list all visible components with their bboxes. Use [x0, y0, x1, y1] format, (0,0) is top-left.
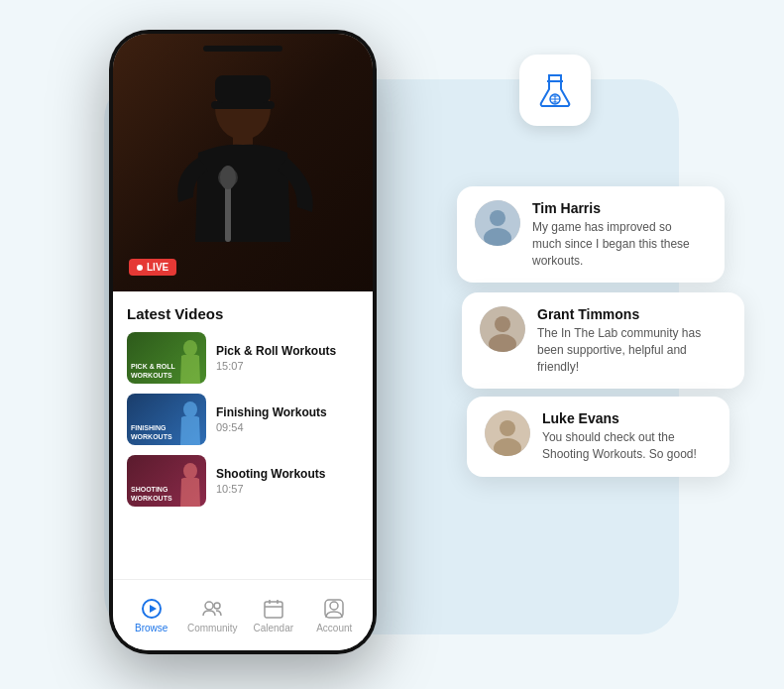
- section-title: Latest Videos: [127, 305, 359, 322]
- browse-icon: [141, 598, 163, 620]
- svg-point-20: [183, 340, 197, 356]
- svg-point-31: [330, 602, 338, 610]
- testimonial-card-3: Luke Evans You should check out the Shoo…: [467, 397, 729, 477]
- video-title-3: Shooting Workouts: [216, 467, 325, 481]
- video-thumb-1: PICK & ROLL WORKOUTS: [127, 332, 206, 384]
- video-thumb-2: FINISHING WORKOUTS: [127, 394, 206, 445]
- video-info-3: Shooting Workouts 10:57: [216, 467, 325, 495]
- video-thumb-3: SHOOTING WORKOUTS: [127, 455, 206, 507]
- video-info-2: Finishing Workouts 09:54: [216, 405, 327, 433]
- svg-rect-15: [215, 75, 271, 103]
- nav-account[interactable]: Account: [304, 598, 366, 633]
- camera-notch: [203, 46, 282, 52]
- svg-rect-27: [265, 602, 282, 618]
- avatar-luke: [485, 410, 530, 456]
- account-icon: [323, 598, 345, 620]
- phone-screen: LIVE Latest Videos PICK & ROLL WORKOUTS …: [113, 34, 373, 650]
- content-area: Latest Videos PICK & ROLL WORKOUTS Pick …: [113, 291, 373, 507]
- testimonial-2-name: Grant Timmons: [537, 306, 706, 322]
- svg-point-22: [183, 463, 197, 479]
- bottom-nav: Browse Community: [113, 579, 373, 650]
- nav-community-label: Community: [187, 623, 238, 633]
- nav-community[interactable]: Community: [182, 598, 244, 633]
- phone: LIVE Latest Videos PICK & ROLL WORKOUTS …: [109, 30, 377, 654]
- nav-browse[interactable]: Browse: [121, 598, 182, 633]
- person-figure: [144, 63, 342, 291]
- testimonial-3-quote: You should check out the Shooting Workou…: [542, 429, 711, 463]
- svg-point-19: [220, 166, 236, 189]
- video-title-2: Finishing Workouts: [216, 405, 327, 419]
- testimonial-3-text: Luke Evans You should check out the Shoo…: [542, 410, 711, 463]
- svg-point-5: [490, 210, 505, 226]
- testimonial-1-text: Tim Harris My game has improved so much …: [532, 200, 701, 269]
- testimonial-3-name: Luke Evans: [542, 410, 711, 426]
- video-time-1: 15:07: [216, 360, 336, 372]
- video-item-1[interactable]: PICK & ROLL WORKOUTS Pick & Roll Workout…: [127, 332, 359, 384]
- community-icon: [201, 598, 223, 620]
- svg-point-21: [183, 402, 197, 417]
- video-title-1: Pick & Roll Workouts: [216, 344, 336, 358]
- testimonial-2-text: Grant Timmons The In The Lab community h…: [537, 306, 706, 375]
- avatar-grant: [480, 306, 525, 352]
- nav-calendar-label: Calendar: [253, 623, 293, 633]
- testimonial-card-1: Tim Harris My game has improved so much …: [457, 186, 725, 283]
- nav-account-label: Account: [316, 623, 352, 633]
- svg-point-11: [500, 420, 515, 436]
- svg-marker-24: [150, 605, 157, 613]
- video-item-3[interactable]: SHOOTING WORKOUTS Shooting Workouts 10:5…: [127, 455, 359, 507]
- testimonial-2-quote: The In The Lab community has been suppor…: [537, 325, 706, 375]
- svg-point-26: [214, 603, 220, 609]
- video-time-3: 10:57: [216, 483, 325, 495]
- video-item-2[interactable]: FINISHING WORKOUTS Finishing Workouts 09…: [127, 394, 359, 445]
- svg-rect-17: [225, 182, 231, 242]
- video-time-2: 09:54: [216, 421, 327, 433]
- avatar-tim: [475, 200, 520, 246]
- live-video-section[interactable]: LIVE: [113, 34, 373, 291]
- testimonial-card-2: Grant Timmons The In The Lab community h…: [462, 292, 744, 389]
- live-label: LIVE: [147, 262, 168, 273]
- app-icon: [519, 55, 591, 126]
- live-badge: LIVE: [129, 259, 176, 276]
- live-dot: [137, 265, 143, 271]
- testimonial-1-quote: My game has improved so much since I beg…: [532, 219, 701, 269]
- testimonial-1-name: Tim Harris: [532, 200, 701, 216]
- video-info-1: Pick & Roll Workouts 15:07: [216, 344, 336, 372]
- nav-browse-label: Browse: [135, 623, 168, 633]
- svg-point-8: [495, 316, 510, 332]
- nav-calendar[interactable]: Calendar: [243, 598, 304, 633]
- calendar-icon: [263, 598, 284, 620]
- svg-point-25: [205, 602, 213, 610]
